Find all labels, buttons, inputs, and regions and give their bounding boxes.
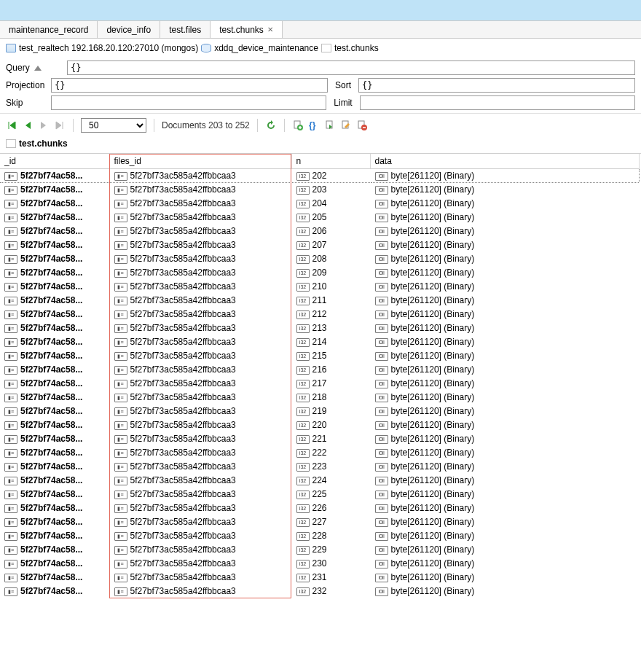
int32-icon: i32: [296, 504, 310, 513]
table-row[interactable]: ▮≡5f27bf74ac58...▮≡5f27bf73ac585a42ffbbc…: [0, 294, 640, 308]
table-row[interactable]: ▮≡5f27bf74ac58...▮≡5f27bf73ac585a42ffbbc…: [0, 349, 640, 363]
table-row[interactable]: ▮≡5f27bf74ac58...▮≡5f27bf73ac585a42ffbbc…: [0, 211, 640, 224]
objectid-icon: ▮≡: [114, 227, 127, 236]
binary-icon: I0II: [375, 186, 388, 195]
cell-id: 5f27bf74ac58...: [20, 434, 82, 444]
add-document-button[interactable]: [292, 120, 304, 131]
table-row[interactable]: ▮≡5f27bf74ac58...▮≡5f27bf73ac585a42ffbbc…: [0, 308, 640, 321]
cell-files-id: 5f27bf73ac585a42ffbbcaa3: [130, 184, 236, 195]
column-header-files-id[interactable]: files_id: [109, 154, 291, 169]
cell-id: 5f27bf74ac58...: [20, 558, 82, 569]
query-expand-icon[interactable]: [34, 66, 42, 71]
objectid-icon: ▮≡: [4, 532, 17, 541]
limit-label: Limit: [331, 98, 355, 108]
int32-icon: i32: [296, 407, 310, 416]
cell-n: 232: [312, 586, 327, 596]
cell-files-id: 5f27bf73ac585a42ffbbcaa3: [130, 586, 236, 596]
table-row[interactable]: ▮≡5f27bf74ac58...▮≡5f27bf73ac585a42ffbbc…: [0, 391, 640, 405]
cell-data: byte[261120] (Binary): [391, 448, 475, 458]
binary-icon: I0II: [375, 504, 388, 513]
table-row[interactable]: ▮≡5f27bf74ac58...▮≡5f27bf73ac585a42ffbbc…: [0, 543, 640, 557]
table-row[interactable]: ▮≡5f27bf74ac58...▮≡5f27bf73ac585a42ffbbc…: [0, 529, 640, 543]
cell-files-id: 5f27bf73ac585a42ffbbcaa3: [130, 364, 236, 375]
binary-icon: I0II: [375, 449, 388, 458]
tab-label: device_info: [106, 25, 151, 35]
sort-input[interactable]: [358, 78, 635, 93]
last-page-button[interactable]: [54, 120, 66, 131]
first-page-button[interactable]: [6, 120, 17, 131]
table-row[interactable]: ▮≡5f27bf74ac58...▮≡5f27bf73ac585a42ffbbc…: [0, 585, 640, 598]
cell-files-id: 5f27bf73ac585a42ffbbcaa3: [130, 517, 236, 527]
column-header-data[interactable]: data: [370, 154, 640, 169]
close-icon[interactable]: ✕: [267, 26, 273, 34]
cell-n: 231: [312, 572, 327, 582]
table-row[interactable]: ▮≡5f27bf74ac58...▮≡5f27bf73ac585a42ffbbc…: [0, 252, 640, 266]
next-page-button[interactable]: [38, 120, 50, 131]
objectid-icon: ▮≡: [4, 463, 17, 472]
column-header-id[interactable]: _id: [0, 154, 109, 169]
objectid-icon: ▮≡: [114, 532, 127, 541]
table-row[interactable]: ▮≡5f27bf74ac58...▮≡5f27bf73ac585a42ffbbc…: [0, 197, 640, 211]
view-json-button[interactable]: {}: [308, 120, 320, 131]
table-row[interactable]: ▮≡5f27bf74ac58...▮≡5f27bf73ac585a42ffbbc…: [0, 266, 640, 280]
cell-n: 224: [312, 475, 327, 485]
cell-files-id: 5f27bf73ac585a42ffbbcaa3: [130, 254, 236, 264]
table-row[interactable]: ▮≡5f27bf74ac58...▮≡5f27bf73ac585a42ffbbc…: [0, 363, 640, 377]
table-row[interactable]: ▮≡5f27bf74ac58...▮≡5f27bf73ac585a42ffbbc…: [0, 280, 640, 294]
query-panel: Query Projection Sort Skip Limit: [0, 60, 641, 110]
tab-device-info[interactable]: device_info: [98, 21, 160, 38]
int32-icon: i32: [296, 491, 310, 499]
cell-files-id: 5f27bf73ac585a42ffbbcaa3: [130, 392, 236, 402]
table-row[interactable]: ▮≡5f27bf74ac58...▮≡5f27bf73ac585a42ffbbc…: [0, 377, 640, 391]
objectid-icon: ▮≡: [4, 200, 17, 208]
cell-data: byte[261120] (Binary): [391, 572, 475, 582]
skip-input[interactable]: [51, 95, 326, 110]
tab-test-chunks[interactable]: test.chunks✕: [211, 21, 283, 38]
table-row[interactable]: ▮≡5f27bf74ac58...▮≡5f27bf73ac585a42ffbbc…: [0, 488, 640, 501]
tab-maintenance-record[interactable]: maintenance_record: [0, 21, 98, 38]
objectid-icon: ▮≡: [4, 269, 17, 278]
table-row[interactable]: ▮≡5f27bf74ac58...▮≡5f27bf73ac585a42ffbbc…: [0, 405, 640, 418]
page-size-select[interactable]: 50: [81, 118, 146, 133]
query-input[interactable]: [67, 60, 635, 75]
objectid-icon: ▮≡: [114, 297, 127, 305]
table-row[interactable]: ▮≡5f27bf74ac58...▮≡5f27bf73ac585a42ffbbc…: [0, 335, 640, 349]
limit-input[interactable]: [360, 95, 635, 110]
cell-files-id: 5f27bf73ac585a42ffbbcaa3: [130, 544, 236, 555]
objectid-icon: ▮≡: [114, 324, 127, 333]
cell-id: 5f27bf74ac58...: [20, 254, 82, 264]
tab-test-files[interactable]: test.files: [160, 21, 211, 38]
table-row[interactable]: ▮≡5f27bf74ac58...▮≡5f27bf73ac585a42ffbbc…: [0, 224, 640, 238]
prev-page-button[interactable]: [22, 120, 34, 131]
table-row[interactable]: ▮≡5f27bf74ac58...▮≡5f27bf73ac585a42ffbbc…: [0, 515, 640, 529]
table-row[interactable]: ▮≡5f27bf74ac58...▮≡5f27bf73ac585a42ffbbc…: [0, 321, 640, 335]
column-header-n[interactable]: n: [291, 154, 370, 169]
edit-document-button[interactable]: [340, 120, 352, 131]
import-button[interactable]: [324, 120, 336, 131]
cell-data: byte[261120] (Binary): [391, 434, 475, 444]
table-row[interactable]: ▮≡5f27bf74ac58...▮≡5f27bf73ac585a42ffbbc…: [0, 169, 640, 183]
cell-data: byte[261120] (Binary): [391, 392, 475, 402]
results-table-wrap: _id files_id n data ▮≡5f27bf74ac58...▮≡5…: [0, 153, 641, 598]
table-row[interactable]: ▮≡5f27bf74ac58...▮≡5f27bf73ac585a42ffbbc…: [0, 557, 640, 571]
table-row[interactable]: ▮≡5f27bf74ac58...▮≡5f27bf73ac585a42ffbbc…: [0, 501, 640, 515]
cell-data: byte[261120] (Binary): [391, 351, 475, 361]
table-row[interactable]: ▮≡5f27bf74ac58...▮≡5f27bf73ac585a42ffbbc…: [0, 238, 640, 252]
int32-icon: i32: [296, 172, 310, 181]
table-row[interactable]: ▮≡5f27bf74ac58...▮≡5f27bf73ac585a42ffbbc…: [0, 446, 640, 460]
table-row[interactable]: ▮≡5f27bf74ac58...▮≡5f27bf73ac585a42ffbbc…: [0, 183, 640, 197]
table-row[interactable]: ▮≡5f27bf74ac58...▮≡5f27bf73ac585a42ffbbc…: [0, 460, 640, 474]
cell-data: byte[261120] (Binary): [391, 378, 475, 388]
refresh-button[interactable]: [265, 120, 277, 131]
table-row[interactable]: ▮≡5f27bf74ac58...▮≡5f27bf73ac585a42ffbbc…: [0, 432, 640, 446]
table-row[interactable]: ▮≡5f27bf74ac58...▮≡5f27bf73ac585a42ffbbc…: [0, 418, 640, 432]
delete-document-button[interactable]: [356, 120, 368, 131]
cell-id: 5f27bf74ac58...: [20, 420, 82, 430]
objectid-icon: ▮≡: [4, 449, 17, 458]
projection-input[interactable]: [51, 78, 328, 93]
table-row[interactable]: ▮≡5f27bf74ac58...▮≡5f27bf73ac585a42ffbbc…: [0, 571, 640, 585]
objectid-icon: ▮≡: [4, 560, 17, 569]
cell-data: byte[261120] (Binary): [391, 461, 475, 472]
objectid-icon: ▮≡: [4, 338, 17, 347]
table-row[interactable]: ▮≡5f27bf74ac58...▮≡5f27bf73ac585a42ffbbc…: [0, 474, 640, 488]
